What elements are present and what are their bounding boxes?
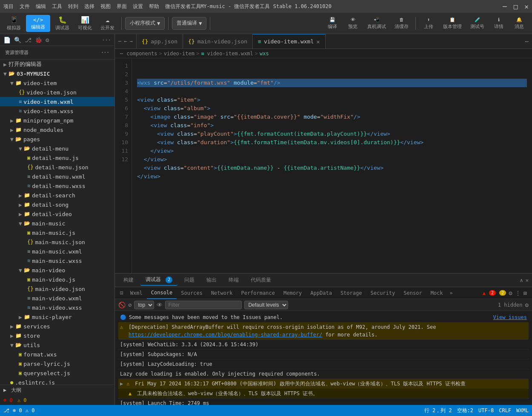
tab-appdata[interactable]: AppData — [306, 287, 336, 299]
simulate-button[interactable]: 📱 模拟器 — [3, 15, 24, 32]
main-music-json-item[interactable]: {} main-music.json — [0, 237, 114, 247]
store-folder[interactable]: ▶ 📁 store — [0, 331, 114, 340]
levels-dropdown[interactable]: Default levels — [244, 301, 288, 309]
tab-mock[interactable]: Mock — [426, 287, 447, 299]
menu-view[interactable]: 视图 — [100, 3, 111, 10]
console-filter-icon[interactable]: ⊘ — [128, 302, 132, 308]
tab-storage[interactable]: Storage — [336, 287, 366, 299]
tab-memory[interactable]: Memory — [279, 287, 306, 299]
panel-collapse-icon[interactable]: ∧ — [520, 277, 523, 283]
detail-menu-wxss-item[interactable]: ≋ detail-menu.wxss — [0, 181, 114, 191]
menu-file[interactable]: 文件 — [20, 3, 30, 10]
panel-tab-code-quality[interactable]: 代码质量 — [246, 275, 276, 285]
detail-search-folder[interactable]: ▶ 📁 detail-search — [0, 191, 114, 200]
maximize-button[interactable]: □ — [514, 3, 518, 11]
parse-lyric-item[interactable]: ▣ parse-lyric.js — [0, 359, 114, 368]
main-music-wxml-item[interactable]: ≡ main-music.wxml — [0, 247, 114, 256]
expand-arrow[interactable]: ▶ — [120, 380, 123, 388]
open-editors-section[interactable]: ▶ 打开的编辑器 — [0, 60, 114, 69]
utils-folder[interactable]: ▼ 📂 utils — [0, 340, 114, 350]
nav-forward-icon[interactable]: → — [129, 38, 132, 44]
sidebar-icon-files[interactable]: 📄 — [3, 37, 11, 43]
version-button[interactable]: 📋 版本管理 — [440, 15, 465, 32]
editor-button[interactable]: </> 编辑器 — [26, 15, 50, 32]
real-debug-button[interactable]: 📲 真机调试 — [364, 15, 389, 32]
breadcrumb-item-wxml[interactable]: video-item.wxml — [207, 51, 253, 57]
visual-button[interactable]: 📊 可视化 — [74, 15, 95, 32]
panel-tab-output[interactable]: 输出 — [201, 275, 222, 285]
pages-folder[interactable]: ▼ 📂 pages — [0, 134, 114, 144]
video-item-wxss-item[interactable]: ≋ video-item.wxss — [0, 106, 114, 116]
main-video-wxml-item[interactable]: ≡ main-video.wxml — [0, 293, 114, 303]
tab-main-video-json[interactable]: {} main-video.json — [183, 34, 253, 49]
statusbar-error[interactable]: ⊗ 0 — [13, 407, 22, 413]
video-item-wxml-item[interactable]: ≡ video-item.wxml — [0, 97, 114, 106]
titlebar-menus[interactable]: 项目 文件 编辑 工具 转到 选择 视图 界面 设置 帮助 微信开发者工具 — [3, 3, 201, 10]
split-icon[interactable]: ⋯ — [118, 38, 121, 44]
panel-tab-terminal[interactable]: 终端 — [223, 275, 244, 285]
panel-close-icon[interactable]: ✕ — [526, 277, 529, 283]
menu-interface[interactable]: 界面 — [117, 3, 127, 10]
detail-video-folder[interactable]: ▶ 📁 detail-video — [0, 209, 114, 219]
statusbar-encoding[interactable]: UTF-8 — [478, 407, 494, 413]
tab-console[interactable]: Console — [147, 287, 177, 299]
deprecation-link[interactable]: https://developer.chrome.com/blog/enabli… — [129, 332, 322, 338]
main-video-folder[interactable]: ▼ 📂 main-video — [0, 265, 114, 275]
queryselect-item[interactable]: ▣ queryselect.js — [0, 368, 114, 378]
test-button[interactable]: 🧪 测试号 — [467, 15, 488, 32]
menu-select[interactable]: 选择 — [84, 3, 94, 10]
nav-back-icon[interactable]: ← — [124, 38, 127, 44]
cloud-button[interactable]: ☁️ 云开发 — [97, 15, 118, 32]
tab-wxml[interactable]: Wxml — [126, 287, 147, 299]
detail-button[interactable]: ℹ 详情 — [489, 15, 508, 32]
menu-goto[interactable]: 转到 — [68, 3, 78, 10]
tab-more-button[interactable]: ⋯ — [522, 38, 532, 45]
tab-more[interactable]: » — [447, 287, 455, 299]
sidebar-icon-debug[interactable]: 🐞 — [35, 37, 42, 43]
main-music-js-item[interactable]: ▣ main-music.js — [0, 228, 114, 237]
mode-dropdown[interactable]: 小程序模式 ▼ — [125, 17, 165, 30]
video-item-folder[interactable]: ▼ 📁 video-item — [0, 78, 114, 88]
statusbar-line-ending[interactable]: CRLF — [499, 407, 511, 413]
context-dropdown[interactable]: top — [134, 301, 154, 309]
detail-song-folder[interactable]: ▶ 📁 detail-song — [0, 200, 114, 209]
notify-button[interactable]: 🔔 消息 — [510, 15, 529, 32]
tab-close-button[interactable]: ✕ — [316, 38, 320, 45]
code-editor[interactable]: 1 2 3 4 5 6 7 8 9 10 11 12 <wxs src="/ut… — [115, 58, 532, 273]
menu-tools[interactable]: 工具 — [52, 3, 62, 10]
tab-network[interactable]: Network — [207, 287, 237, 299]
breadcrumb-item-components[interactable]: components — [126, 51, 157, 57]
node-modules-folder[interactable]: ▶ 📁 node_modules — [0, 125, 114, 134]
main-video-wxss-item[interactable]: ≋ main-video.wxss — [0, 303, 114, 312]
tab-security[interactable]: Security — [366, 287, 399, 299]
miniprogram-npm-folder[interactable]: ▶ 📁 miniprogram_npm — [0, 116, 114, 125]
console-eye-icon[interactable]: 👁 — [157, 302, 163, 308]
sidebar-more-icon[interactable]: ··· — [102, 37, 111, 43]
minimize-button[interactable]: ─ — [503, 3, 507, 11]
code-content[interactable]: <wxs src="/utils/format.wxs" module="fmt… — [132, 58, 532, 273]
clear-save-button[interactable]: 🗑 清缓存 — [391, 15, 412, 32]
devtools-more-icon[interactable]: ⋮ — [515, 290, 521, 296]
statusbar-warning[interactable]: ⚠ 0 — [26, 407, 35, 413]
breadcrumb-item-video-item[interactable]: video-item — [164, 51, 194, 57]
statusbar-rowcol[interactable]: 行 2，列 2 — [424, 407, 452, 414]
main-music-wxss-item[interactable]: ≋ main-music.wxss — [0, 256, 114, 265]
tab-app-json[interactable]: {} app.json — [137, 34, 183, 49]
tab-video-item-wxml[interactable]: ≡ video-item.wxml ✕ — [253, 34, 326, 49]
menu-edit[interactable]: 编辑 — [36, 3, 46, 10]
sidebar-icon-extensions[interactable]: ⚙ — [46, 37, 49, 43]
menu-devtools[interactable]: 微信开发者工具 — [165, 3, 201, 10]
tab-performance[interactable]: Performance — [237, 287, 279, 299]
video-item-json-item[interactable]: {} video-item.json — [0, 88, 114, 97]
tab-sources[interactable]: Sources — [177, 287, 207, 299]
detail-menu-folder[interactable]: ▼ 📂 detail-menu — [0, 144, 114, 153]
panel-tab-debug[interactable]: 调试器 2 — [140, 274, 177, 286]
debug-button[interactable]: 🐛 调试器 — [52, 15, 73, 32]
upload-button[interactable]: ⬆ 上传 — [419, 15, 438, 32]
tab-sensor[interactable]: Sensor — [399, 287, 426, 299]
devtools-dock-icon[interactable]: ⊞ — [523, 290, 527, 296]
menu-project[interactable]: 项目 — [3, 3, 14, 10]
filter-input[interactable] — [165, 301, 242, 309]
detail-menu-json-item[interactable]: {} detail-menu.json — [0, 162, 114, 172]
root-folder[interactable]: ▼ 📂 03-MYMUSIC — [0, 69, 114, 78]
